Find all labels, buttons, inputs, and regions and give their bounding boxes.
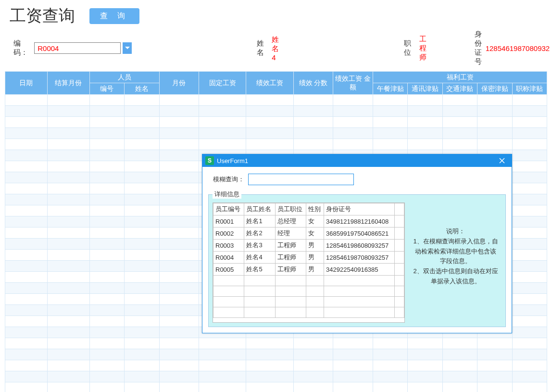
detail-cell[interactable]: 姓名1	[244, 215, 275, 228]
table-cell[interactable]	[477, 382, 512, 392]
table-cell[interactable]	[333, 106, 373, 117]
table-cell[interactable]	[373, 338, 408, 349]
detail-cell[interactable]: 工程师	[275, 240, 306, 252]
table-cell[interactable]	[293, 371, 333, 382]
table-cell[interactable]	[408, 382, 442, 392]
table-cell[interactable]	[47, 283, 89, 294]
table-cell[interactable]	[5, 194, 48, 205]
table-cell[interactable]	[293, 106, 333, 117]
table-row[interactable]	[5, 117, 547, 128]
table-cell[interactable]	[442, 338, 477, 349]
table-cell[interactable]	[89, 382, 124, 392]
table-cell[interactable]	[333, 338, 373, 349]
table-cell[interactable]	[89, 228, 124, 239]
table-cell[interactable]	[159, 172, 199, 183]
table-cell[interactable]	[89, 139, 124, 150]
table-cell[interactable]	[408, 106, 442, 117]
table-cell[interactable]	[293, 349, 333, 360]
table-cell[interactable]	[5, 106, 48, 117]
table-cell[interactable]	[373, 106, 408, 117]
table-cell[interactable]	[125, 360, 159, 371]
table-cell[interactable]	[5, 161, 48, 172]
close-button[interactable]	[492, 154, 512, 167]
table-cell[interactable]	[5, 283, 48, 294]
table-cell[interactable]	[477, 95, 512, 106]
detail-cell[interactable]: 工程师	[275, 252, 306, 264]
table-cell[interactable]	[373, 128, 408, 139]
detail-row-empty[interactable]	[213, 307, 404, 318]
detail-cell[interactable]: 349812198812160408	[324, 215, 395, 228]
table-cell[interactable]	[159, 128, 199, 139]
table-cell[interactable]	[159, 294, 199, 305]
table-cell[interactable]	[373, 139, 408, 150]
table-cell[interactable]	[89, 349, 124, 360]
table-cell[interactable]	[125, 305, 159, 316]
detail-cell[interactable]: 128546198708093257	[324, 252, 395, 264]
table-cell[interactable]	[199, 139, 246, 150]
table-cell[interactable]	[159, 261, 199, 272]
table-cell[interactable]	[5, 305, 48, 316]
table-cell[interactable]	[159, 371, 199, 382]
table-cell[interactable]	[159, 139, 199, 150]
table-row[interactable]	[5, 106, 547, 117]
table-cell[interactable]	[246, 106, 293, 117]
table-cell[interactable]	[89, 327, 124, 338]
table-cell[interactable]	[512, 294, 547, 305]
table-cell[interactable]	[159, 272, 199, 283]
table-cell[interactable]	[512, 349, 547, 360]
table-cell[interactable]	[5, 95, 48, 106]
table-cell[interactable]	[125, 316, 159, 327]
table-cell[interactable]	[512, 194, 547, 205]
table-cell[interactable]	[159, 360, 199, 371]
table-cell[interactable]	[5, 150, 48, 161]
table-cell[interactable]	[125, 194, 159, 205]
table-cell[interactable]	[5, 250, 48, 261]
table-cell[interactable]	[512, 382, 547, 392]
table-cell[interactable]	[512, 316, 547, 327]
table-cell[interactable]	[125, 150, 159, 161]
table-cell[interactable]	[159, 205, 199, 216]
table-row[interactable]	[5, 95, 547, 106]
table-cell[interactable]	[246, 349, 293, 360]
table-cell[interactable]	[512, 150, 547, 161]
table-cell[interactable]	[89, 161, 124, 172]
table-cell[interactable]	[246, 117, 293, 128]
table-cell[interactable]	[512, 139, 547, 150]
detail-cell[interactable]: 128546198608093257	[324, 240, 395, 252]
table-cell[interactable]	[512, 106, 547, 117]
table-cell[interactable]	[442, 382, 477, 392]
table-cell[interactable]	[512, 239, 547, 250]
table-cell[interactable]	[47, 294, 89, 305]
table-cell[interactable]	[512, 261, 547, 272]
detail-cell[interactable]: 姓名2	[244, 228, 275, 240]
table-cell[interactable]	[5, 228, 48, 239]
detail-cell[interactable]: R0005	[213, 264, 244, 276]
table-cell[interactable]	[408, 117, 442, 128]
table-cell[interactable]	[477, 371, 512, 382]
table-cell[interactable]	[477, 128, 512, 139]
table-cell[interactable]	[89, 250, 124, 261]
table-cell[interactable]	[373, 95, 408, 106]
detail-cell[interactable]: 男	[306, 264, 324, 276]
table-cell[interactable]	[5, 349, 48, 360]
table-row[interactable]	[5, 349, 547, 360]
table-cell[interactable]	[89, 360, 124, 371]
table-cell[interactable]	[5, 360, 48, 371]
table-cell[interactable]	[512, 128, 547, 139]
table-cell[interactable]	[159, 338, 199, 349]
table-cell[interactable]	[512, 327, 547, 338]
table-cell[interactable]	[442, 128, 477, 139]
table-cell[interactable]	[47, 172, 89, 183]
code-dropdown-button[interactable]	[123, 42, 132, 54]
table-cell[interactable]	[477, 338, 512, 349]
table-cell[interactable]	[159, 117, 199, 128]
table-cell[interactable]	[373, 349, 408, 360]
detail-cell[interactable]: R0003	[213, 240, 244, 252]
table-cell[interactable]	[125, 128, 159, 139]
table-cell[interactable]	[5, 338, 48, 349]
table-cell[interactable]	[512, 95, 547, 106]
table-cell[interactable]	[89, 371, 124, 382]
table-cell[interactable]	[47, 360, 89, 371]
detail-cell[interactable]: 男	[306, 252, 324, 264]
table-cell[interactable]	[246, 338, 293, 349]
